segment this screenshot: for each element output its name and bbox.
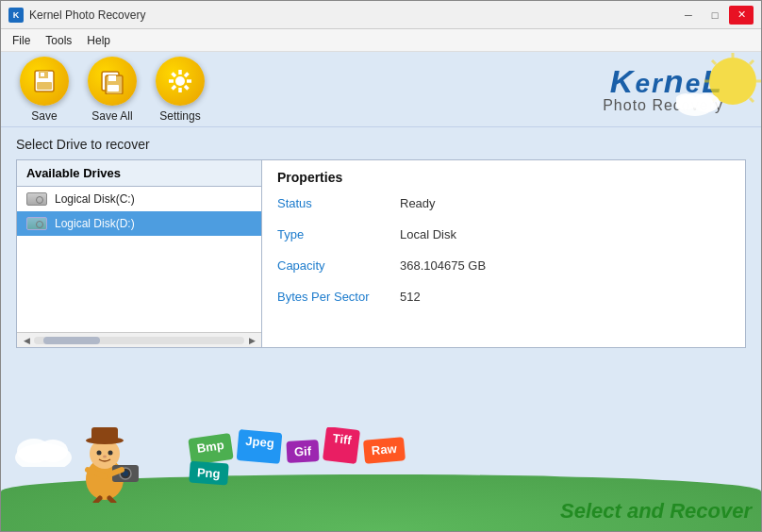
prop-type-row: Type Local Disk: [277, 227, 730, 241]
prop-bps-label: Bytes Per Sector: [277, 290, 400, 304]
menu-help[interactable]: Help: [79, 32, 118, 49]
scrollbar-thumb: [43, 337, 100, 344]
format-jpeg: Jpeg: [237, 429, 283, 464]
svg-rect-3: [41, 73, 44, 76]
svg-line-21: [712, 60, 716, 64]
svg-line-43: [95, 498, 100, 503]
window-title: Kernel Photo Recovery: [29, 8, 145, 22]
restore-button[interactable]: □: [703, 6, 727, 25]
save-all-icon: [88, 57, 137, 106]
settings-icon: [156, 57, 205, 106]
prop-status-value: Ready: [400, 196, 436, 210]
svg-rect-34: [91, 427, 118, 441]
menu-bar: File Tools Help: [1, 29, 761, 52]
drive-d-icon: [26, 216, 47, 231]
properties-panel: Properties Status Ready Type Local Disk …: [262, 160, 745, 347]
drives-panel-header: Available Drives: [17, 160, 261, 187]
format-gif: Gif: [287, 440, 320, 463]
save-label: Save: [31, 109, 57, 123]
menu-tools[interactable]: Tools: [38, 32, 79, 49]
scrollbar-track: [34, 337, 244, 344]
footer-area: Bmp Jpeg Gif Tiff Raw Png Select and Rec…: [1, 427, 761, 531]
format-bmp: Bmp: [188, 433, 233, 465]
svg-rect-7: [108, 85, 119, 91]
prop-capacity-value: 368.104675 GB: [400, 258, 486, 273]
menu-file[interactable]: File: [5, 32, 38, 49]
format-tiff: Tiff: [323, 427, 360, 464]
drive-item-d[interactable]: Logical Disk(D:): [17, 211, 261, 236]
settings-button[interactable]: Settings: [156, 57, 205, 123]
settings-label: Settings: [159, 109, 200, 123]
svg-line-15: [185, 73, 189, 76]
svg-line-20: [750, 60, 754, 64]
drive-item-c[interactable]: Logical Disk(C:): [17, 187, 261, 211]
scroll-left-arrow[interactable]: ◀: [19, 336, 34, 345]
prop-capacity-row: Capacity 368.104675 GB: [277, 258, 730, 273]
drives-scrollbar[interactable]: ◀ ▶: [17, 332, 261, 347]
prop-bps-row: Bytes Per Sector 512: [277, 290, 730, 304]
svg-rect-6: [108, 75, 116, 81]
prop-capacity-label: Capacity: [277, 258, 400, 273]
svg-line-24: [750, 98, 754, 102]
close-button[interactable]: ✕: [729, 6, 754, 25]
prop-type-value: Local Disk: [400, 227, 456, 241]
minimize-button[interactable]: ─: [676, 6, 701, 25]
prop-type-label: Type: [277, 227, 400, 241]
svg-point-36: [108, 451, 113, 456]
title-bar: K Kernel Photo Recovery ─ □ ✕: [1, 1, 761, 29]
svg-rect-2: [37, 82, 52, 90]
save-all-label: Save All: [91, 109, 132, 123]
sun-decoration: [676, 53, 761, 138]
window-controls: ─ □ ✕: [676, 6, 754, 25]
properties-header: Properties: [277, 170, 730, 185]
drive-c-label: Logical Disk(C:): [55, 192, 135, 206]
svg-point-37: [103, 456, 107, 458]
section-title: Select Drive to recover: [16, 137, 746, 152]
svg-line-16: [173, 86, 176, 90]
svg-point-8: [175, 76, 185, 86]
format-raw: Raw: [363, 437, 406, 464]
format-png: Png: [189, 461, 228, 486]
svg-point-27: [693, 93, 720, 112]
save-button[interactable]: Save: [20, 57, 69, 123]
app-icon: K: [8, 8, 24, 23]
save-all-button[interactable]: Save All: [88, 57, 137, 123]
prop-status-label: Status: [277, 196, 400, 210]
drive-c-icon: [26, 191, 47, 207]
panels-container: Available Drives Logical Disk(C:) Logica…: [16, 159, 746, 348]
save-icon: [20, 57, 69, 106]
toolbar: Save Save All: [1, 52, 761, 127]
svg-line-13: [173, 73, 176, 76]
prop-bps-value: 512: [400, 290, 421, 304]
svg-line-44: [109, 498, 114, 503]
photographer-character: [58, 427, 152, 493]
drives-panel: Available Drives Logical Disk(C:) Logica…: [17, 160, 262, 347]
app-window: K Kernel Photo Recovery ─ □ ✕ File Tools…: [0, 0, 762, 532]
prop-status-row: Status Ready: [277, 196, 730, 210]
svg-line-14: [185, 86, 189, 90]
format-tags-area: Bmp Jpeg Gif Tiff Raw Png: [190, 436, 435, 484]
drives-list: Logical Disk(C:) Logical Disk(D:): [17, 187, 261, 332]
title-bar-left: K Kernel Photo Recovery: [8, 8, 145, 23]
scroll-right-arrow[interactable]: ▶: [244, 336, 259, 345]
select-recover-text: Select and Recover: [560, 499, 752, 524]
drive-d-label: Logical Disk(D:): [55, 217, 135, 230]
svg-point-35: [97, 451, 102, 456]
